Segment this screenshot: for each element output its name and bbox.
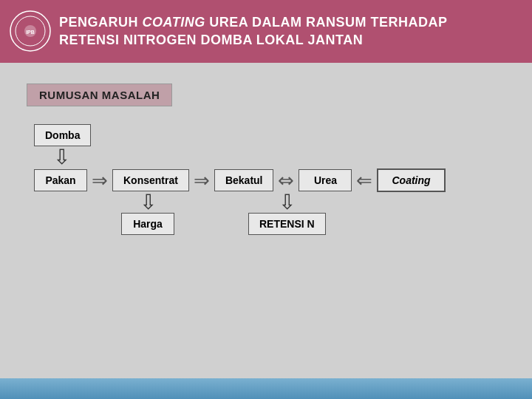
section-label: RUMUSAN MASALAH (27, 83, 172, 106)
konsentrat-arrow-down-icon: ⇩ (140, 192, 157, 213)
title-part2: UREA DALAM RANSUM TERHADAP (205, 15, 448, 30)
retensi-box: RETENSI N (248, 213, 326, 235)
row1: Domba (34, 124, 505, 146)
konsentrat-box: Konsentrat (112, 169, 189, 191)
retensi-container: ⇩ RETENSI N (248, 192, 326, 235)
logo-icon: IPB (9, 10, 52, 52)
row2: Pakan ⇒ Konsentrat ⇒ Bekatul ⇔ Urea (34, 168, 505, 192)
slide: IPB PENGARUH COATING UREA DALAM RANSUM T… (0, 0, 532, 399)
domba-box: Domba (34, 124, 91, 146)
harga-box: Harga (121, 213, 174, 235)
arrow-left-urea-icon: ⇔ (278, 171, 294, 190)
coating-box: Coating (377, 168, 445, 192)
konsentrat-label: Konsentrat (123, 174, 178, 186)
arrow-right-pakan-icon: ⇒ (92, 171, 108, 190)
retensi-label: RETENSI N (259, 218, 315, 230)
urea-box: Urea (299, 169, 352, 191)
bekatul-box: Bekatul (214, 169, 274, 191)
domba-label: Domba (45, 129, 80, 141)
urea-label: Urea (314, 174, 337, 186)
diagram: Domba ⇩ Pakan ⇒ Konsentrat ⇒ (27, 124, 505, 235)
pakan-label: Pakan (45, 174, 75, 186)
arrow-down-icon: ⇩ (53, 147, 70, 168)
header-title: PENGARUH COATING UREA DALAM RANSUM TERHA… (59, 13, 448, 50)
title-italic: COATING (143, 15, 205, 30)
coating-label: Coating (392, 174, 430, 186)
harga-label: Harga (133, 218, 163, 230)
content: RUMUSAN MASALAH Domba ⇩ Pakan ⇒ (0, 63, 532, 378)
bekatul-label: Bekatul (225, 174, 263, 186)
harga-container: ⇩ Harga (121, 192, 174, 235)
svg-text:IPB: IPB (26, 30, 35, 35)
urea-arrow-down-icon: ⇩ (279, 192, 296, 213)
arrow-right-konsentrat-icon: ⇒ (194, 171, 210, 190)
title-line2: RETENSI NITROGEN DOMBA LOKAL JANTAN (59, 33, 363, 47)
row3: ⇩ Harga ⇩ RETENSI N (34, 192, 505, 235)
pakan-box: Pakan (34, 169, 87, 191)
header: IPB PENGARUH COATING UREA DALAM RANSUM T… (0, 0, 532, 63)
title-part1: PENGARUH (59, 15, 143, 30)
section-label-text: RUMUSAN MASALAH (39, 89, 160, 101)
bottom-bar (0, 378, 532, 399)
domba-arrow-down: ⇩ (34, 146, 505, 168)
arrow-left-coating-icon: ⇐ (356, 171, 372, 190)
